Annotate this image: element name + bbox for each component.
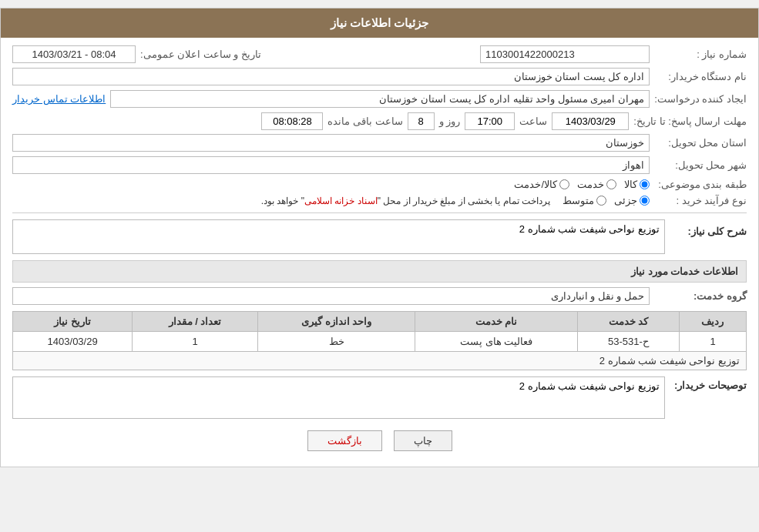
page-content: شماره نیاز : تاریخ و ساعت اعلان عمومی: ن…: [1, 38, 758, 467]
service-group-row: گروه خدمت:: [12, 287, 747, 305]
col-header-qty: تعداد / مقدار: [133, 312, 257, 332]
process-label: نوع فرآیند خرید :: [654, 195, 747, 206]
creator-label: ایجاد کننده درخواست:: [654, 93, 747, 105]
deadline-remaining-field[interactable]: [261, 112, 323, 130]
category-kala-khedmat-radio[interactable]: [559, 179, 569, 189]
org-field[interactable]: [12, 68, 650, 85]
table-header-row: ردیف کد خدمت نام خدمت واحد اندازه گیری ت…: [13, 312, 747, 332]
description-row: شرح کلی نیاز:: [12, 219, 747, 254]
day-label: روز و: [439, 115, 461, 127]
province-field[interactable]: [12, 134, 650, 152]
cell-index: 1: [679, 332, 746, 352]
services-table: ردیف کد خدمت نام خدمت واحد اندازه گیری ت…: [12, 311, 747, 370]
deadline-date-field[interactable]: [552, 112, 629, 130]
process-row: نوع فرآیند خرید : جزئی متوسط پرداخت تمام…: [12, 195, 747, 206]
org-label: نام دستگاه خریدار:: [654, 71, 747, 82]
need-number-label: شماره نیاز :: [654, 49, 747, 60]
category-khedmat-label: خدمت: [577, 179, 604, 190]
buyer-desc-wrap: توصیحات خریدار:: [12, 376, 747, 419]
deadline-time-field[interactable]: [465, 112, 515, 130]
process-jozii-radio[interactable]: [640, 196, 650, 206]
category-kala-item: کالا: [624, 179, 650, 190]
process-motavasset-radio[interactable]: [596, 196, 606, 206]
deadline-day-field[interactable]: [408, 112, 435, 130]
service-group-label: گروه خدمت:: [654, 290, 747, 302]
process-motavasset-label: متوسط: [563, 195, 594, 206]
table-desc-cell: توزیع نواحی شیفت شب شماره 2: [13, 352, 747, 370]
services-section-title: اطلاعات خدمات مورد نیاز: [12, 260, 747, 283]
city-row: شهر محل تحویل:: [12, 156, 747, 174]
col-header-code: کد خدمت: [577, 312, 679, 332]
category-label: طبقه بندی موضوعی:: [654, 179, 747, 190]
category-khedmat-radio[interactable]: [606, 179, 616, 189]
process-radio-group: جزئی متوسط: [563, 195, 650, 206]
cell-unit: خط: [257, 332, 415, 352]
province-row: استان محل تحویل:: [12, 134, 747, 152]
cell-name: فعالیت های پست: [415, 332, 577, 352]
need-number-field[interactable]: [480, 45, 650, 63]
buyer-desc-label: توصیحات خریدار:: [670, 376, 747, 391]
services-table-container: ردیف کد خدمت نام خدمت واحد اندازه گیری ت…: [12, 311, 747, 370]
org-row: نام دستگاه خریدار:: [12, 68, 747, 85]
cell-code: ح-531-53: [577, 332, 679, 352]
page-header: جزئیات اطلاعات نیاز: [1, 8, 758, 38]
province-label: استان محل تحویل:: [654, 137, 747, 149]
col-header-index: ردیف: [679, 312, 746, 332]
creator-contact-link[interactable]: اطلاعات تماس خریدار: [12, 93, 106, 105]
divider-1: [12, 212, 747, 213]
service-group-field[interactable]: [12, 287, 650, 305]
remaining-label: ساعت باقی مانده: [327, 115, 402, 127]
description-textarea[interactable]: [12, 219, 665, 254]
category-khedmat-item: خدمت: [577, 179, 616, 190]
category-kala-khedmat-label: کالا/خدمت: [514, 179, 557, 190]
time-label: ساعت: [519, 115, 547, 127]
page-wrapper: جزئیات اطلاعات نیاز شماره نیاز : تاریخ و…: [0, 8, 759, 467]
print-button[interactable]: چاپ: [394, 430, 452, 451]
category-kala-khedmat-item: کالا/خدمت: [514, 179, 569, 190]
process-note: پرداخت تمام یا بخشی از مبلغ خریدار از مح…: [261, 196, 550, 206]
city-label: شهر محل تحویل:: [654, 159, 747, 171]
cell-date: 1403/03/29: [13, 332, 133, 352]
col-header-name: نام خدمت: [415, 312, 577, 332]
creator-row: ایجاد کننده درخواست: اطلاعات تماس خریدار: [12, 90, 747, 108]
category-row: طبقه بندی موضوعی: کالا خدمت کالا/خدمت: [12, 179, 747, 190]
process-motavasset-item: متوسط: [563, 195, 606, 206]
buttons-row: چاپ بازگشت: [12, 430, 747, 451]
need-number-row: شماره نیاز : تاریخ و ساعت اعلان عمومی:: [12, 45, 747, 63]
announce-label: تاریخ و ساعت اعلان عمومی:: [140, 49, 261, 60]
process-jozii-label: جزئی: [614, 195, 637, 206]
table-desc-row: توزیع نواحی شیفت شب شماره 2: [13, 352, 747, 370]
announce-field[interactable]: [12, 45, 136, 63]
category-kala-radio[interactable]: [640, 179, 650, 189]
city-field[interactable]: [12, 156, 650, 174]
table-row: 1 ح-531-53 فعالیت های پست خط 1 1403/03/2…: [13, 332, 747, 352]
deadline-row: مهلت ارسال پاسخ: تا تاریخ: ساعت روز و سا…: [12, 112, 747, 130]
buyer-desc-textarea[interactable]: [12, 376, 665, 419]
cell-qty: 1: [133, 332, 257, 352]
page-title: جزئیات اطلاعات نیاز: [331, 16, 428, 29]
col-header-date: تاریخ نیاز: [13, 312, 133, 332]
category-kala-label: کالا: [624, 179, 637, 190]
creator-field[interactable]: [110, 90, 650, 108]
description-label: شرح کلی نیاز:: [670, 226, 747, 237]
process-jozii-item: جزئی: [614, 195, 650, 206]
deadline-label: مهلت ارسال پاسخ: تا تاریخ:: [633, 115, 747, 127]
category-radio-group: کالا خدمت کالا/خدمت: [514, 179, 650, 190]
col-header-unit: واحد اندازه گیری: [257, 312, 415, 332]
back-button[interactable]: بازگشت: [307, 430, 382, 451]
